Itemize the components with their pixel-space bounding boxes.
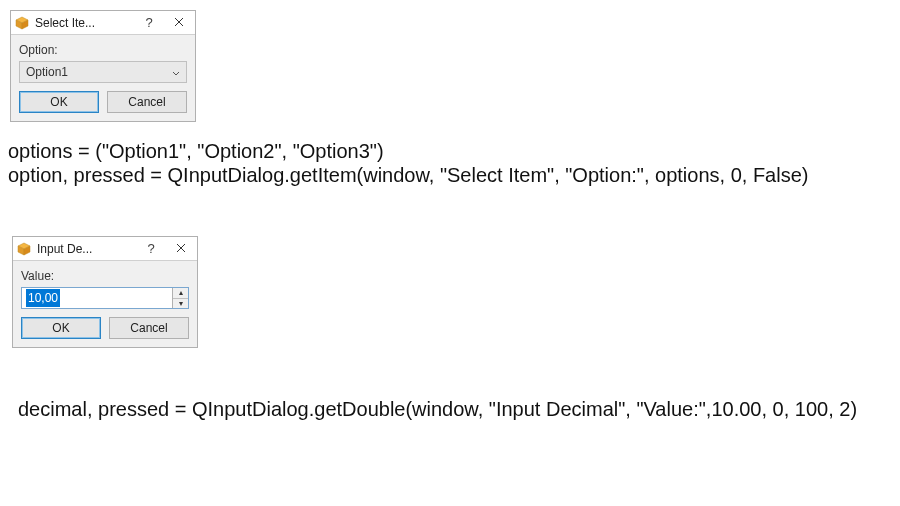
- code-line-1: options = ("Option1", "Option2", "Option…: [8, 140, 384, 163]
- spin-up-button[interactable]: ▴: [173, 288, 188, 299]
- select-item-dialog: Select Ite... ? Option: Option1 OK Cance…: [10, 10, 196, 122]
- code-line-2: option, pressed = QInputDialog.getItem(w…: [8, 164, 808, 187]
- input-decimal-dialog: Input De... ? Value: 10,00 ▴ ▾: [12, 236, 198, 348]
- ok-button-label: OK: [52, 321, 69, 335]
- spin-down-button[interactable]: ▾: [173, 299, 188, 309]
- value-spinbox[interactable]: 10,00 ▴ ▾: [21, 287, 189, 309]
- dialog-body: Value: 10,00 ▴ ▾ OK Cancel: [13, 261, 197, 347]
- spinbox-buttons: ▴ ▾: [172, 288, 188, 308]
- chevron-down-icon: [172, 65, 180, 79]
- close-button[interactable]: [165, 12, 193, 34]
- ok-button-label: OK: [50, 95, 67, 109]
- titlebar: Select Ite... ?: [11, 11, 195, 35]
- value-label: Value:: [21, 269, 189, 283]
- spinbox-input[interactable]: 10,00: [22, 288, 172, 308]
- button-row: OK Cancel: [19, 91, 187, 113]
- help-button[interactable]: ?: [135, 12, 163, 34]
- close-button[interactable]: [167, 238, 195, 260]
- help-icon: ?: [145, 15, 152, 30]
- dialog-title: Input De...: [37, 242, 135, 256]
- caret-down-icon: ▾: [179, 299, 183, 308]
- cancel-button-label: Cancel: [128, 95, 165, 109]
- dialog-title: Select Ite...: [35, 16, 133, 30]
- ok-button[interactable]: OK: [21, 317, 101, 339]
- ok-button[interactable]: OK: [19, 91, 99, 113]
- cancel-button[interactable]: Cancel: [109, 317, 189, 339]
- app-icon: [15, 16, 29, 30]
- dialog-body: Option: Option1 OK Cancel: [11, 35, 195, 121]
- button-row: OK Cancel: [21, 317, 189, 339]
- caret-up-icon: ▴: [179, 288, 183, 297]
- spinbox-value: 10,00: [26, 289, 60, 307]
- combobox-value: Option1: [26, 65, 68, 79]
- option-label: Option:: [19, 43, 187, 57]
- titlebar: Input De... ?: [13, 237, 197, 261]
- code-line-3: decimal, pressed = QInputDialog.getDoubl…: [18, 398, 857, 421]
- help-icon: ?: [147, 241, 154, 256]
- close-icon: [176, 241, 186, 256]
- option-combobox[interactable]: Option1: [19, 61, 187, 83]
- app-icon: [17, 242, 31, 256]
- help-button[interactable]: ?: [137, 238, 165, 260]
- cancel-button[interactable]: Cancel: [107, 91, 187, 113]
- cancel-button-label: Cancel: [130, 321, 167, 335]
- close-icon: [174, 15, 184, 30]
